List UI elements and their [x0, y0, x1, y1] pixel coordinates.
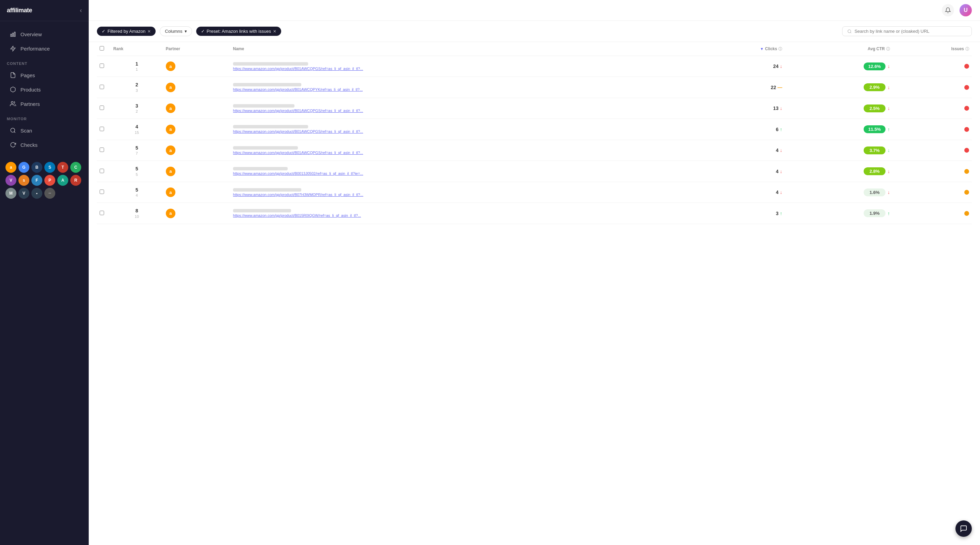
link-name-blur [233, 167, 288, 171]
filter-amazon-remove[interactable]: ✕ [147, 29, 151, 34]
sidebar-item-overview[interactable]: Overview [3, 27, 86, 41]
clicks-cell: 22 — [691, 77, 785, 98]
avg-ctr-column-header: Avg CTR ⓘ [785, 42, 892, 56]
avg-ctr-cell: 3.7% ↓ [785, 140, 892, 161]
main-content: U ✓ Filtered by Amazon ✕ Columns ▾ ✓ Pre… [89, 0, 980, 545]
sidebar-item-checks[interactable]: Checks [3, 138, 86, 151]
ctr-trend-down-icon: ↓ [888, 105, 890, 111]
name-cell: https://www.amazon.com/gp/product/B01AWC… [230, 77, 691, 98]
link-url[interactable]: https://www.amazon.com/gp/product/B07H3W… [233, 193, 376, 197]
sidebar-collapse-button[interactable]: ‹ [80, 7, 82, 14]
clicks-trend-up-icon: ↑ [780, 127, 782, 132]
box-icon [10, 86, 16, 93]
user-avatar[interactable]: U [959, 4, 972, 16]
link-url[interactable]: https://www.amazon.com/gp/product/B01AWC… [233, 67, 376, 71]
partner-icon-s2[interactable]: s [18, 175, 29, 186]
partner-icon-a2[interactable]: A [57, 175, 68, 186]
sidebar-item-products[interactable]: Products [3, 83, 86, 96]
rank-prev: 4 [136, 193, 138, 198]
partner-icon-r[interactable]: R [70, 175, 81, 186]
name-cell: https://www.amazon.com/gp/product/B01AWC… [230, 119, 691, 140]
svg-rect-0 [11, 34, 11, 37]
partner-icon-google[interactable]: G [18, 162, 29, 173]
chevron-down-icon: ▾ [185, 29, 187, 34]
row-checkbox[interactable] [100, 64, 104, 68]
clicks-value: 13 [773, 105, 779, 111]
partner-icon-t[interactable]: T [57, 162, 68, 173]
partner-icon-f[interactable]: F [32, 175, 42, 186]
row-checkbox[interactable] [100, 190, 104, 194]
partner-icon: a [166, 167, 175, 176]
preset-filter-chip[interactable]: ✓ Preset: Amazon links with issues ✕ [196, 27, 282, 36]
row-checkbox[interactable] [100, 211, 104, 215]
partner-icon-p[interactable]: P [45, 175, 55, 186]
ctr-badge: 2.9% [864, 83, 886, 91]
link-url[interactable]: https://www.amazon.com/gp/product/B0013J… [233, 171, 376, 175]
issue-dot [964, 127, 969, 132]
ctr-badge: 1.6% [864, 188, 886, 196]
avg-ctr-cell: 2.9% ↓ [785, 77, 892, 98]
link-url[interactable]: https://www.amazon.com/gp/product/B015R0… [233, 214, 376, 218]
partner-icon-v[interactable]: V [5, 175, 16, 186]
sidebar-item-pages-label: Pages [21, 72, 35, 78]
link-url[interactable]: https://www.amazon.com/gp/product/B01AWC… [233, 129, 376, 134]
partner-icon-b[interactable]: B [32, 162, 42, 173]
row-checkbox[interactable] [100, 169, 104, 173]
ctr-trend-neutral-down-icon: ↓ [888, 148, 890, 153]
row-checkbox[interactable] [100, 148, 104, 152]
svg-rect-2 [14, 32, 15, 37]
rank-prev: 10 [135, 214, 139, 219]
sidebar-item-partners[interactable]: Partners [3, 97, 86, 111]
clicks-trend-down-icon: ↓ [780, 105, 782, 111]
issue-dot [964, 190, 969, 194]
clicks-cell: 6 ↑ [691, 119, 785, 140]
partner-icon: a [166, 104, 175, 113]
clicks-filter-icon[interactable]: ▼ [760, 47, 764, 51]
rank-cell: 3 2 [111, 98, 163, 118]
rank-cell: 5 4 [111, 182, 163, 202]
link-url[interactable]: https://www.amazon.com/gp/product/B01AWC… [233, 88, 376, 91]
link-url[interactable]: https://www.amazon.com/gp/product/B01AWC… [233, 151, 376, 155]
notification-bell-button[interactable] [942, 4, 954, 16]
clicks-trend-down-icon: ↓ [780, 169, 782, 174]
sidebar-item-scan[interactable]: Scan [3, 124, 86, 137]
avg-ctr-info-icon[interactable]: ⓘ [886, 46, 890, 51]
rank-prev: 3 [136, 88, 138, 93]
svg-line-7 [850, 32, 851, 33]
name-cell: https://www.amazon.com/gp/product/B01AWC… [230, 56, 691, 77]
partner-icon-s[interactable]: S [45, 162, 55, 173]
search-input[interactable] [854, 29, 967, 34]
clicks-value: 6 [776, 127, 779, 132]
issues-info-icon[interactable]: ⓘ [965, 46, 969, 51]
partner-icon-dark[interactable]: ● [32, 188, 42, 199]
rank-prev: 2 [136, 109, 138, 114]
rank-cell: 5 5 [111, 161, 163, 182]
clicks-info-icon[interactable]: ⓘ [778, 46, 782, 51]
clicks-cell: 4 ↓ [691, 140, 785, 161]
clicks-value: 24 [773, 64, 779, 69]
avg-ctr-cell: 1.6% ↓ [785, 182, 892, 202]
issues-cell [892, 203, 972, 224]
row-checkbox[interactable] [100, 127, 104, 131]
partner-icon-amazon[interactable]: a [5, 162, 16, 173]
partner-icon-c[interactable]: C [70, 162, 81, 173]
link-name-blur [233, 209, 291, 212]
preset-filter-remove[interactable]: ✕ [273, 29, 277, 34]
link-url[interactable]: https://www.amazon.com/gp/product/B01AWC… [233, 108, 376, 113]
filter-amazon-chip[interactable]: ✓ Filtered by Amazon ✕ [97, 27, 156, 36]
row-checkbox[interactable] [100, 85, 104, 89]
select-all-checkbox[interactable] [100, 46, 104, 51]
partner-icon-m[interactable]: M [5, 188, 16, 199]
chat-button[interactable] [955, 520, 972, 537]
partner-icon-v2[interactable]: V [18, 188, 29, 199]
clicks-cell: 24 ↓ [691, 56, 785, 77]
table-row: 8 10 a https://www.amazon.com/gp/product… [97, 203, 972, 224]
clicks-trend-down-icon: ↓ [780, 190, 782, 195]
sidebar-item-performance[interactable]: Performance [3, 41, 86, 55]
search-box[interactable] [842, 26, 972, 36]
row-checkbox[interactable] [100, 105, 104, 110]
partner-icon-more[interactable]: ··· [45, 188, 55, 199]
ctr-badge: 11.5% [864, 125, 886, 133]
columns-button[interactable]: Columns ▾ [160, 26, 192, 36]
sidebar-item-pages[interactable]: Pages [3, 68, 86, 82]
